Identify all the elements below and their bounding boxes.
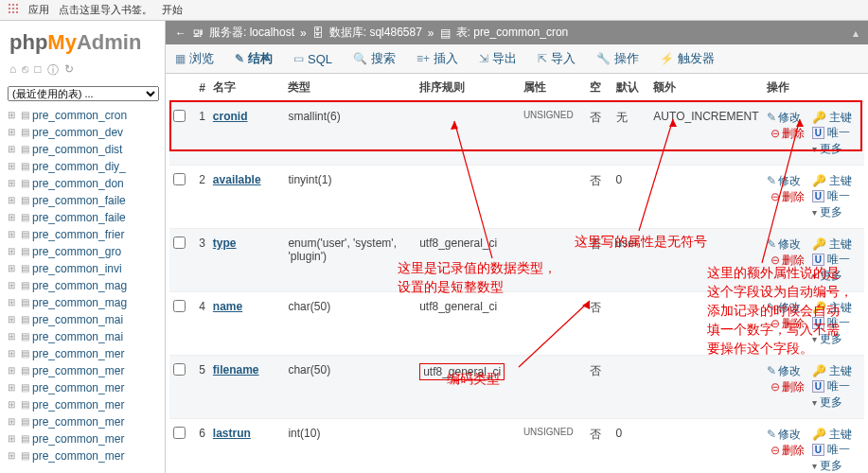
expand-icon[interactable]: ⊞ bbox=[6, 107, 17, 124]
more-action[interactable]: ▾ 更多 bbox=[812, 331, 860, 347]
expand-icon[interactable]: ⊞ bbox=[6, 294, 17, 311]
crumb-server[interactable]: 服务器: localhost bbox=[209, 25, 294, 41]
sql-icon[interactable]: □ bbox=[34, 62, 41, 79]
expand-icon[interactable]: ⊞ bbox=[6, 430, 17, 447]
row-checkbox[interactable] bbox=[173, 300, 186, 312]
tree-item[interactable]: ⊞▤pre_common_faile bbox=[4, 209, 161, 226]
expand-icon[interactable]: ⊞ bbox=[6, 328, 17, 345]
expand-icon[interactable]: ⊞ bbox=[6, 447, 17, 464]
expand-icon[interactable]: ⊞ bbox=[6, 260, 17, 277]
start-link[interactable]: 开始 bbox=[162, 3, 183, 17]
column-name[interactable]: cronid bbox=[213, 110, 248, 123]
tree-item[interactable]: ⊞▤pre_common_mag bbox=[4, 294, 161, 311]
expand-icon[interactable]: ⊞ bbox=[6, 141, 17, 158]
row-checkbox[interactable] bbox=[173, 110, 186, 122]
tree-item[interactable]: ⊞▤pre_common_mer bbox=[4, 447, 161, 464]
tab-browse[interactable]: ▦浏览 bbox=[175, 50, 214, 67]
unique-action[interactable]: U 唯一 bbox=[812, 252, 860, 268]
primary-key-action[interactable]: 🔑 主键 bbox=[812, 363, 860, 378]
more-action[interactable]: ▾ 更多 bbox=[812, 204, 860, 220]
tree-item[interactable]: ⊞▤pre_common_dev bbox=[4, 124, 161, 141]
expand-icon[interactable]: ⊞ bbox=[6, 226, 17, 243]
tree-item[interactable]: ⊞▤pre_common_diy_ bbox=[4, 158, 161, 175]
column-name[interactable]: filename bbox=[213, 363, 259, 377]
tree-label[interactable]: pre_common_faile bbox=[32, 192, 126, 209]
tree-label[interactable]: pre_common_invi bbox=[32, 260, 122, 277]
tree-label[interactable]: pre_common_gro bbox=[32, 243, 121, 260]
primary-key-action[interactable]: 🔑 主键 bbox=[812, 427, 860, 442]
tree-item[interactable]: ⊞▤pre_common_mer bbox=[4, 396, 161, 413]
tree-item[interactable]: ⊞▤pre_common_cron bbox=[4, 107, 161, 124]
tab-operations[interactable]: 🔧操作 bbox=[596, 50, 639, 67]
expand-icon[interactable]: ⊞ bbox=[6, 243, 17, 260]
tree-item[interactable]: ⊞▤pre_common_mer bbox=[4, 362, 161, 379]
more-action[interactable]: ▾ 更多 bbox=[812, 394, 860, 411]
expand-icon[interactable]: ⊞ bbox=[6, 158, 17, 175]
expand-icon[interactable]: ⊞ bbox=[6, 277, 17, 294]
tree-label[interactable]: pre_common_mag bbox=[32, 277, 127, 294]
recent-tables-select[interactable]: (最近使用的表) ... bbox=[8, 86, 159, 101]
tree-item[interactable]: ⊞▤pre_common_frier bbox=[4, 226, 161, 243]
tree-item[interactable]: ⊞▤pre_common_mer bbox=[4, 345, 161, 362]
apps-grid-icon[interactable] bbox=[8, 3, 19, 14]
more-action[interactable]: ▾ 更多 bbox=[812, 141, 860, 157]
edit-action[interactable]: ✎修改 bbox=[767, 364, 801, 377]
primary-key-action[interactable]: 🔑 主键 bbox=[812, 173, 860, 188]
expand-icon[interactable]: ⊞ bbox=[6, 192, 17, 209]
edit-action[interactable]: ✎修改 bbox=[767, 174, 801, 187]
drop-action[interactable]: ⊖删除 bbox=[771, 190, 805, 203]
tree-label[interactable]: pre_common_dist bbox=[32, 141, 122, 158]
tab-structure[interactable]: ✎结构 bbox=[235, 50, 273, 67]
tree-item[interactable]: ⊞▤pre_common_mai bbox=[4, 328, 161, 345]
primary-key-action[interactable]: 🔑 主键 bbox=[812, 110, 860, 125]
tree-label[interactable]: pre_common_cron bbox=[32, 107, 127, 124]
drop-action[interactable]: ⊖删除 bbox=[771, 317, 805, 330]
tab-triggers[interactable]: ⚡触发器 bbox=[660, 50, 715, 67]
expand-icon[interactable]: ⊞ bbox=[6, 396, 17, 413]
drop-action[interactable]: ⊖删除 bbox=[771, 127, 805, 140]
collapse-icon[interactable]: ← bbox=[175, 26, 186, 40]
tree-item[interactable]: ⊞▤pre_common_invi bbox=[4, 260, 161, 277]
reload-icon[interactable]: ↻ bbox=[64, 62, 74, 79]
tab-import[interactable]: ⇱导入 bbox=[538, 50, 576, 67]
tree-item[interactable]: ⊞▤pre_common_dist bbox=[4, 141, 161, 158]
expand-icon[interactable]: ⊞ bbox=[6, 413, 17, 430]
tree-item[interactable]: ⊞▤pre_common_mai bbox=[4, 311, 161, 328]
crumb-db[interactable]: 数据库: sql486587 bbox=[329, 25, 422, 41]
edit-action[interactable]: ✎修改 bbox=[767, 237, 801, 251]
tree-label[interactable]: pre_common_mer bbox=[32, 345, 124, 362]
tree-label[interactable]: pre_common_dev bbox=[32, 124, 123, 141]
unique-action[interactable]: U 唯一 bbox=[812, 378, 860, 394]
tree-label[interactable]: pre_common_mag bbox=[32, 294, 127, 311]
tree-item[interactable]: ⊞▤pre_common_don bbox=[4, 175, 161, 192]
tree-label[interactable]: pre_common_don bbox=[32, 175, 124, 192]
column-name[interactable]: lastrun bbox=[213, 427, 251, 440]
docs-icon[interactable]: ⓘ bbox=[47, 62, 59, 79]
tree-label[interactable]: pre_common_faile bbox=[32, 209, 126, 226]
more-action[interactable]: ▾ 更多 bbox=[812, 458, 860, 473]
expand-icon[interactable]: ⊞ bbox=[6, 175, 17, 192]
tab-sql[interactable]: ▭SQL bbox=[293, 50, 332, 67]
hide-crumb-icon[interactable]: ▴ bbox=[853, 26, 859, 40]
expand-icon[interactable]: ⊞ bbox=[6, 311, 17, 328]
tree-item[interactable]: ⊞▤pre_common_mer bbox=[4, 430, 161, 447]
row-checkbox[interactable] bbox=[173, 173, 186, 185]
tree-label[interactable]: pre_common_mer bbox=[32, 447, 124, 464]
tab-search[interactable]: 🔍搜索 bbox=[353, 50, 396, 67]
drop-action[interactable]: ⊖删除 bbox=[771, 254, 805, 267]
crumb-table[interactable]: 表: pre_common_cron bbox=[456, 25, 569, 41]
unique-action[interactable]: U 唯一 bbox=[812, 188, 860, 204]
drop-action[interactable]: ⊖删除 bbox=[771, 380, 805, 394]
tree-label[interactable]: pre_common_diy_ bbox=[32, 158, 126, 175]
apps-link[interactable]: 应用 bbox=[28, 3, 49, 17]
edit-action[interactable]: ✎修改 bbox=[767, 428, 801, 441]
expand-icon[interactable]: ⊞ bbox=[6, 209, 17, 226]
tree-item[interactable]: ⊞▤pre_common_faile bbox=[4, 192, 161, 209]
unique-action[interactable]: U 唯一 bbox=[812, 315, 860, 331]
row-checkbox[interactable] bbox=[173, 236, 186, 249]
column-name[interactable]: type bbox=[213, 236, 237, 250]
expand-icon[interactable]: ⊞ bbox=[6, 345, 17, 362]
unique-action[interactable]: U 唯一 bbox=[812, 125, 860, 141]
primary-key-action[interactable]: 🔑 主键 bbox=[812, 236, 860, 252]
tree-item[interactable]: ⊞▤pre_common_mer bbox=[4, 413, 161, 430]
